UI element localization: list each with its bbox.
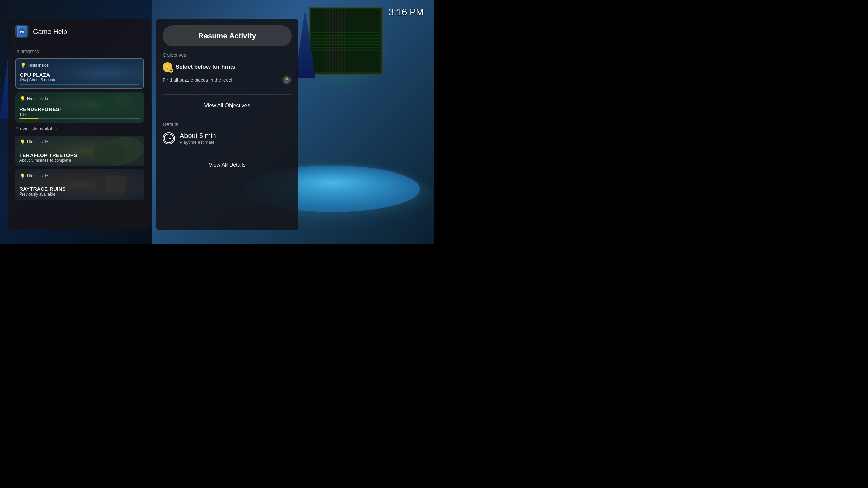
in-progress-label: In progress (15, 49, 144, 54)
game-icon: PS (15, 25, 29, 38)
activity-item-raytrace[interactable]: 💡 Hints inside RAYTRACE RUINS Previously… (15, 169, 144, 200)
hint-icon-teraflop: 💡 (19, 139, 25, 145)
progress-bar-container-cpu (20, 84, 139, 85)
hints-badge-render: 💡 Hints inside (19, 96, 140, 102)
playtime-label: Playtime estimate (180, 140, 216, 145)
objective-main: 💡 Select below for hints (163, 62, 292, 72)
hints-label-raytrace: Hints inside (27, 174, 48, 178)
activity-name-cpu: CPU PLAZA (20, 72, 139, 78)
hints-badge-raytrace: 💡 Hints inside (19, 173, 140, 179)
activity-item-renderforest[interactable]: 💡 Hints inside RENDERFOREST 16% (15, 92, 144, 123)
section-separator: Previously available (15, 126, 144, 131)
clock-icon (163, 132, 175, 144)
svg-text:💡: 💡 (165, 65, 170, 69)
objective-description: Find all puzzle pieces in the level. (163, 75, 292, 85)
playtime-row: About 5 min Playtime estimate (163, 132, 292, 145)
hints-badge-teraflop: 💡 Hints inside (19, 139, 140, 145)
hint-icon-render: 💡 (19, 96, 25, 102)
view-all-details-button[interactable]: View All Details (163, 158, 292, 172)
hints-label-teraflop: Hints inside (27, 140, 48, 144)
hint-icon-raytrace: 💡 (19, 173, 25, 179)
activity-item-cpu-plaza[interactable]: 💡 Hints inside CPU PLAZA 0% | About 5 mi… (15, 58, 144, 89)
progress-bar-fill-render (19, 118, 39, 119)
resume-activity-button[interactable]: Resume Activity (163, 25, 292, 46)
panel-list: In progress 💡 Hints in (8, 43, 151, 230)
detail-panel: Resume Activity Objectives 💡 Select belo… (156, 19, 298, 230)
details-label: Details (163, 121, 292, 127)
objective-hint-icon: 💡 (163, 62, 172, 72)
objectives-divider (163, 94, 292, 95)
screen-element (309, 7, 383, 75)
game-icon-inner: PS (17, 26, 27, 37)
activity-content-teraflop: 💡 Hints inside TERAFLOP TREETOPS About 5… (15, 136, 144, 166)
panel-title: Game Help (33, 28, 67, 36)
activity-name-teraflop: TERAFLOP TREETOPS (19, 152, 140, 158)
svg-rect-17 (287, 80, 287, 82)
hint-icon-cpu: 💡 (20, 62, 26, 68)
playtime-info: About 5 min Playtime estimate (180, 132, 216, 145)
hints-badge-cpu: 💡 Hints inside (20, 62, 139, 68)
playtime-amount: About 5 min (180, 132, 216, 140)
activity-name-raytrace: RAYTRACE RUINS (19, 186, 140, 192)
details-divider (163, 117, 292, 117)
activity-sub-raytrace: Previously available (19, 192, 140, 197)
activity-content-cpu: 💡 Hints inside CPU PLAZA 0% | About 5 mi… (16, 59, 143, 88)
activity-sub-cpu: 0% | About 5 minutes (20, 78, 139, 82)
detail-content: Objectives 💡 Select below for hints Find… (156, 52, 298, 230)
hints-label-cpu: Hints inside (28, 63, 49, 68)
hints-label-render: Hints inside (27, 96, 48, 101)
activity-content-raytrace: 💡 Hints inside RAYTRACE RUINS Previously… (15, 169, 144, 200)
svg-point-16 (286, 78, 288, 80)
previously-available-label: Previously available (15, 126, 144, 131)
activity-item-teraflop[interactable]: 💡 Hints inside TERAFLOP TREETOPS About 5… (15, 136, 144, 166)
objective-desc-text: Find all puzzle pieces in the level. (163, 77, 234, 83)
view-all-objectives-button[interactable]: View All Objectives (163, 99, 292, 113)
hint-orb-button[interactable] (282, 75, 292, 85)
activity-content-render: 💡 Hints inside RENDERFOREST 16% (15, 92, 144, 123)
svg-text:PS: PS (20, 30, 24, 34)
view-details-divider (163, 154, 292, 154)
activity-sub-teraflop: About 5 minutes to complete (19, 158, 140, 163)
time-display: 3:16 PM (389, 7, 424, 18)
activity-sub-render: 16% (19, 112, 140, 117)
objective-title: Select below for hints (176, 64, 235, 70)
panel-header: PS Game Help (8, 19, 151, 43)
main-panel: PS Game Help In progress (8, 19, 151, 230)
progress-bar-container-render (19, 118, 140, 119)
objectives-label: Objectives (163, 52, 292, 58)
activity-name-render: RENDERFOREST (19, 106, 140, 112)
